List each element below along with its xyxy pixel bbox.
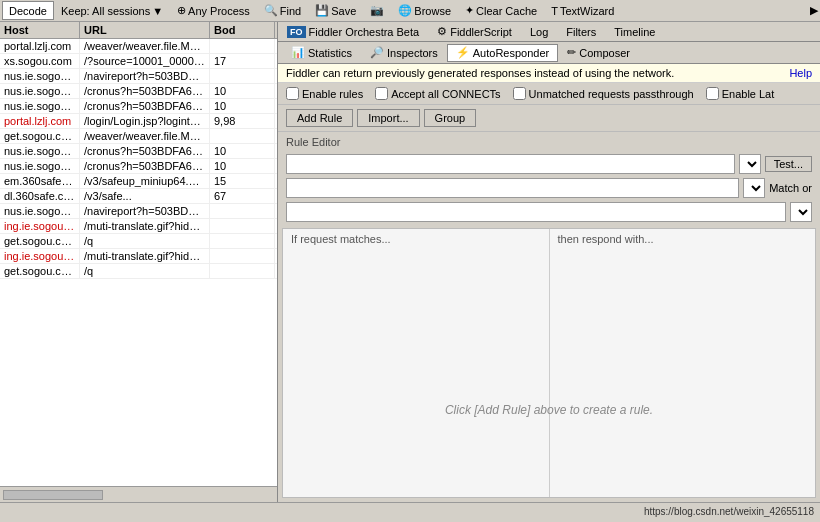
- enable-rules-input[interactable]: [286, 87, 299, 100]
- placeholder-text: Click [Add Rule] above to create a rule.: [445, 403, 653, 417]
- tab-composer[interactable]: ✏ Composer: [558, 44, 639, 62]
- tab-log[interactable]: Log: [521, 22, 557, 41]
- table-row[interactable]: ing.ie.sogou.com/muti-translate.gif?hid=…: [0, 219, 277, 234]
- textwizard-label: TextWizard: [560, 5, 614, 17]
- tab-statistics[interactable]: 📊 Statistics: [282, 44, 361, 62]
- body-cell: [210, 234, 275, 248]
- rule-dropdown-3[interactable]: [790, 202, 812, 222]
- rule-editor-label: Rule Editor: [278, 132, 820, 152]
- stats-icon: 📊: [291, 46, 305, 59]
- text-icon: T: [551, 5, 558, 17]
- status-bar: https://blog.csdn.net/weixin_42655118: [0, 502, 820, 520]
- tab-filters[interactable]: Filters: [557, 22, 605, 41]
- url-cell: /weaver/weaver.file.Mak...: [80, 39, 210, 53]
- group-button[interactable]: Group: [424, 109, 477, 127]
- toolbar: Decode Keep: All sessions ▼ ⊕ Any Proces…: [0, 0, 820, 22]
- body-cell: 17: [210, 54, 275, 68]
- find-button[interactable]: 🔍 Find: [257, 1, 308, 20]
- tab-inspectors-label: Inspectors: [387, 47, 438, 59]
- status-url: https://blog.csdn.net/weixin_42655118: [644, 506, 814, 517]
- import-button[interactable]: Import...: [357, 109, 419, 127]
- table-row[interactable]: nus.ie.sogou.com/cronus?h=503BDFA6B61...…: [0, 144, 277, 159]
- rule-dropdown-1[interactable]: [739, 154, 761, 174]
- respond-with-label: then respond with...: [558, 233, 654, 245]
- request-matches-panel: If request matches...: [283, 229, 550, 497]
- host-cell: nus.ie.sogou.com: [0, 84, 80, 98]
- find-label: Find: [280, 5, 301, 17]
- browse-label: Browse: [414, 5, 451, 17]
- host-cell: nus.ie.sogou.com: [0, 69, 80, 83]
- accept-connects-checkbox[interactable]: Accept all CONNECTs: [375, 87, 500, 100]
- url-column-header: URL: [80, 22, 210, 38]
- snapshot-button[interactable]: 📷: [363, 1, 391, 20]
- inspect-icon: 🔎: [370, 46, 384, 59]
- any-process-button[interactable]: ⊕ Any Process: [170, 1, 257, 20]
- body-cell: 10: [210, 99, 275, 113]
- table-row[interactable]: nus.ie.sogou.com/navireport?h=503BDFA6..…: [0, 69, 277, 84]
- table-row[interactable]: nus.ie.sogou.com/cronus?h=503BDFA6B6...1…: [0, 99, 277, 114]
- crosshair-icon: ⊕: [177, 4, 186, 17]
- info-bar: Fiddler can return previously generated …: [278, 64, 820, 83]
- url-cell: /q: [80, 234, 210, 248]
- tab-inspectors[interactable]: 🔎 Inspectors: [361, 44, 447, 62]
- add-rule-button[interactable]: Add Rule: [286, 109, 353, 127]
- host-cell: nus.ie.sogou.com: [0, 159, 80, 173]
- save-icon: 💾: [315, 4, 329, 17]
- accept-connects-input[interactable]: [375, 87, 388, 100]
- table-row[interactable]: portal.lzlj.com/weaver/weaver.file.Mak..…: [0, 39, 277, 54]
- tab-timeline[interactable]: Timeline: [605, 22, 664, 41]
- test-button[interactable]: Test...: [765, 156, 812, 172]
- table-row[interactable]: xs.sogou.com/?source=10001_00007_...17: [0, 54, 277, 69]
- horizontal-scrollbar[interactable]: [0, 486, 277, 502]
- enable-lat-input[interactable]: [706, 87, 719, 100]
- table-row[interactable]: nus.ie.sogou.com/cronus?h=503BDFA6B61...…: [0, 159, 277, 174]
- unmatched-passthrough-input[interactable]: [513, 87, 526, 100]
- keep-sessions-button[interactable]: Keep: All sessions ▼: [54, 1, 170, 20]
- clear-cache-label: Clear Cache: [476, 5, 537, 17]
- host-cell: get.sogou.com: [0, 129, 80, 143]
- clear-icon: ✦: [465, 4, 474, 17]
- host-cell: get.sogou.com: [0, 234, 80, 248]
- save-button[interactable]: 💾 Save: [308, 1, 363, 20]
- tab-fiddler-orchestra[interactable]: FO Fiddler Orchestra Beta: [278, 22, 428, 41]
- table-row[interactable]: nus.ie.sogou.com/navireport?h=503BDFA6..…: [0, 204, 277, 219]
- table-row[interactable]: get.sogou.com/weaver/weaver.file.Mak...: [0, 129, 277, 144]
- url-cell: /cronus?h=503BDFA6B61...: [80, 144, 210, 158]
- body-cell: [210, 204, 275, 218]
- rule-input-1[interactable]: [286, 154, 735, 174]
- clear-cache-button[interactable]: ✦ Clear Cache: [458, 1, 544, 20]
- table-row[interactable]: em.360safe.com/v3/safeup_miniup64.cab...…: [0, 174, 277, 189]
- rule-dropdown-2[interactable]: [743, 178, 765, 198]
- decode-button[interactable]: Decode: [2, 1, 54, 20]
- list-header: Host URL Bod: [0, 22, 277, 39]
- unmatched-passthrough-label: Unmatched requests passthrough: [529, 88, 694, 100]
- table-row[interactable]: get.sogou.com/q: [0, 264, 277, 279]
- textwizard-button[interactable]: T TextWizard: [544, 1, 621, 20]
- main-tabs: FO Fiddler Orchestra Beta ⚙ FiddlerScrip…: [278, 22, 820, 42]
- table-row[interactable]: dl.360safe.com/v3/safe...67: [0, 189, 277, 204]
- unmatched-passthrough-checkbox[interactable]: Unmatched requests passthrough: [513, 87, 694, 100]
- browse-button[interactable]: 🌐 Browse: [391, 1, 458, 20]
- enable-lat-checkbox[interactable]: Enable Lat: [706, 87, 775, 100]
- tab-autoresponder[interactable]: ⚡ AutoResponder: [447, 44, 558, 62]
- tab-fiddlerscript[interactable]: ⚙ FiddlerScript: [428, 22, 521, 41]
- host-cell: nus.ie.sogou.com: [0, 144, 80, 158]
- dropdown-icon: ▼: [152, 5, 163, 17]
- table-row[interactable]: portal.lzlj.com/login/Login.jsp?logintyp…: [0, 114, 277, 129]
- host-cell: portal.lzlj.com: [0, 114, 80, 128]
- body-cell: [210, 264, 275, 278]
- host-cell: nus.ie.sogou.com: [0, 99, 80, 113]
- save-label: Save: [331, 5, 356, 17]
- rule-input-2[interactable]: [286, 178, 739, 198]
- body-cell: 15: [210, 174, 275, 188]
- session-list-body: portal.lzlj.com/weaver/weaver.file.Mak..…: [0, 39, 277, 486]
- respond-panel: If request matches... then respond with.…: [282, 228, 816, 498]
- table-row[interactable]: nus.ie.sogou.com/cronus?h=503BDFA6B6...1…: [0, 84, 277, 99]
- table-row[interactable]: get.sogou.com/q: [0, 234, 277, 249]
- help-link[interactable]: Help: [789, 67, 812, 79]
- rule-input-3[interactable]: [286, 202, 786, 222]
- table-row[interactable]: ing.ie.sogou.com/muti-translate.gif?hid=…: [0, 249, 277, 264]
- right-pane: FO Fiddler Orchestra Beta ⚙ FiddlerScrip…: [278, 22, 820, 502]
- enable-rules-checkbox[interactable]: Enable rules: [286, 87, 363, 100]
- tab-log-label: Log: [530, 26, 548, 38]
